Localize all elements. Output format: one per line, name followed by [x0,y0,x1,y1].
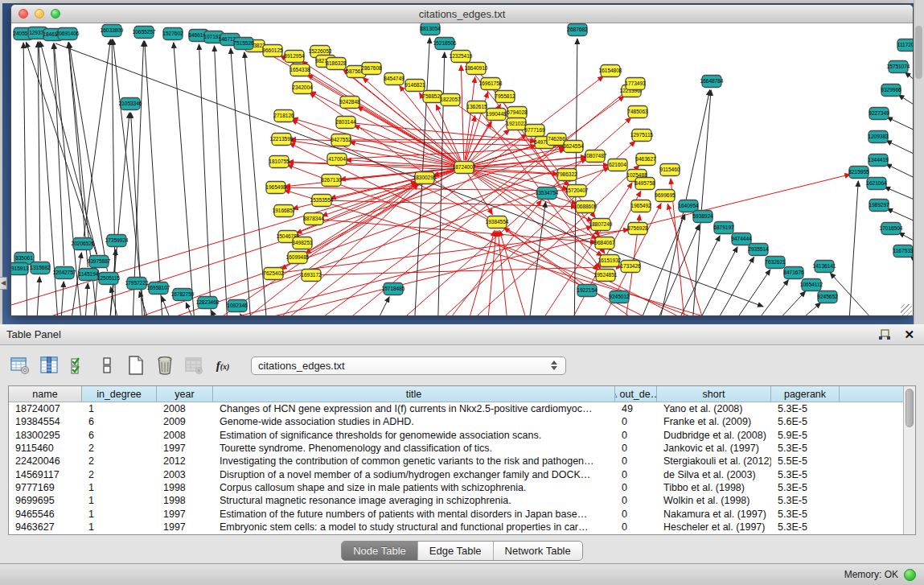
table-cell[interactable]: 5.3E-5 [771,521,840,533]
table-row[interactable]: 969969511998Structural magnetic resonanc… [9,494,903,507]
graph-edge[interactable] [910,256,913,281]
table-cell[interactable]: Corpus callosum shape and size in male p… [213,482,615,493]
close-panel-icon[interactable]: ✕ [904,328,914,340]
minimize-window-button[interactable] [35,9,44,19]
table-cell[interactable]: 19384554 [9,416,82,427]
graph-edge[interactable] [344,147,565,159]
graph-edge[interactable] [365,297,389,316]
table-cell[interactable]: 0 [615,443,657,454]
graph-node-7632621[interactable]: 7632621 [765,257,786,269]
delete-trash-icon[interactable] [153,353,177,377]
table-cell[interactable]: 2008 [157,403,213,414]
table-cell[interactable]: 6 [82,430,157,441]
graph-edge[interactable] [288,162,457,167]
table-cell[interactable]: 2003 [157,469,213,480]
graph-node-3624554[interactable]: 3624554 [563,141,584,153]
graph-edge[interactable] [84,39,110,237]
table-row[interactable]: 1456911722003Disruption of a novel membe… [9,468,903,480]
graph-node-1362615[interactable]: 1362615 [466,101,487,113]
table-cell[interactable]: 2009 [157,416,213,427]
graph-node-20206526[interactable]: 20206526 [72,238,95,250]
table-row[interactable]: 946554611997Estimation of the future num… [9,507,903,520]
graph-node-21053346[interactable]: 21053346 [119,98,142,110]
graph-edge[interactable] [215,46,228,316]
graph-node-14136141[interactable]: 14136141 [813,261,836,273]
table-cell[interactable]: 1997 [157,443,213,454]
graph-node-9777169[interactable]: 9777169 [524,125,545,137]
network-window-titlebar[interactable]: citations_edges.txt [11,5,913,23]
graph-node-9115460[interactable]: 9115460 [660,164,680,176]
table-cell[interactable]: 9777169 [9,482,82,493]
table-cell[interactable]: 1 [82,509,157,520]
graph-node-18640910[interactable]: 18640910 [465,63,488,75]
graph-node-1810755[interactable]: 1810755 [269,156,290,168]
graph-node-10654112[interactable]: 10654112 [800,279,823,291]
column-header-short[interactable]: short [657,386,771,402]
graph-node-7986322[interactable]: 7986322 [556,169,577,181]
graph-edge[interactable] [253,184,418,316]
graph-node-1654338[interactable]: 1654338 [290,64,310,76]
graph-node-8813054[interactable]: 8813054 [420,23,441,35]
table-cell[interactable]: Jankovic et al. (1997) [657,443,771,454]
table-cell[interactable]: 9115460 [9,443,82,454]
table-cell[interactable]: 5.5E-5 [771,455,840,467]
network-canvas[interactable]: 1872400718300295193845547663822966012589… [11,23,913,316]
graph-node-16151932[interactable]: 16151932 [598,255,622,267]
graph-node-5938924[interactable]: 5938924 [692,211,713,223]
table-cell[interactable]: 0 [615,509,657,520]
graph-edge[interactable] [231,48,253,316]
table-cell[interactable]: 14569117 [9,469,82,480]
graph-node-1315682[interactable]: 1315682 [30,262,51,274]
graph-edge[interactable] [887,117,913,144]
graph-node-9427552[interactable]: 9427552 [331,134,351,146]
table-cell[interactable]: Hescheler et al. (1997) [657,521,771,533]
graph-node-20691406[interactable]: 20691406 [56,28,80,40]
graph-node-16958107[interactable]: 16958107 [147,282,170,295]
table-cell[interactable]: 5.3E-5 [771,469,840,480]
table-cell[interactable]: 9463627 [9,521,82,533]
table-cell[interactable]: 5.9E-5 [771,430,840,441]
graph-node-9146821[interactable]: 9146821 [405,80,425,92]
graph-edge[interactable] [54,43,64,266]
graph-edge[interactable] [906,72,913,104]
graph-node-3498251[interactable]: 3498251 [292,237,313,249]
table-cell[interactable]: 18724007 [9,403,82,414]
row-boxes-icon[interactable] [95,353,119,377]
graph-node-1527602[interactable]: 1527602 [162,28,183,40]
table-cell[interactable]: 5.3E-5 [771,443,840,454]
table-cell[interactable]: 49 [615,403,657,414]
graph-edge[interactable] [771,303,821,316]
desktop-scrollbar-thumb[interactable] [915,26,922,79]
graph-node-19166857[interactable]: 19166857 [273,205,296,217]
column-header-pagerank[interactable]: pagerank [771,386,840,402]
table-cell[interactable]: 2 [82,443,157,454]
graph-node-1990448[interactable]: 1990448 [486,109,507,121]
graph-node-19384554[interactable]: 19384554 [486,216,509,229]
graph-node-2342004[interactable]: 2342004 [292,82,313,94]
resize-grip[interactable] [901,304,912,315]
graph-edge[interactable] [886,164,913,192]
graph-edge[interactable] [211,311,228,316]
table-cell[interactable]: 1 [82,403,157,414]
table-cell[interactable]: de Silva et al. (2003) [657,469,771,480]
table-cell[interactable]: 5.3E-5 [771,403,840,414]
table-cell[interactable]: 1998 [157,495,213,506]
graph-node-9242848[interactable]: 9242848 [339,97,360,109]
table-cell[interactable]: Structural magnetic resonance image aver… [213,495,615,506]
table-cell[interactable]: 0 [615,455,657,467]
table-cell[interactable]: 5.3E-5 [771,482,840,493]
table-row[interactable]: 1872400712008Changes of HCN gene express… [9,402,903,415]
graph-node-1921022[interactable]: 1921022 [506,118,527,130]
graph-node-621604[interactable]: 621604 [608,159,627,171]
graph-node-18724007[interactable]: 18724007 [453,162,476,174]
graph-edge[interactable] [755,291,805,316]
graph-node-417004[interactable]: 417004 [327,154,347,166]
graph-node-17016504[interactable]: 17016504 [880,223,903,235]
graph-node-16033809[interactable]: 16033809 [101,25,124,37]
graph-node-1209383[interactable]: 1209383 [868,131,889,143]
table-cell[interactable]: 2008 [157,430,213,441]
graph-edge[interactable] [132,41,144,316]
graph-node-8495758[interactable]: 8495758 [634,178,655,190]
graph-edge[interactable] [886,141,913,168]
table-cell[interactable]: 2012 [157,455,213,467]
